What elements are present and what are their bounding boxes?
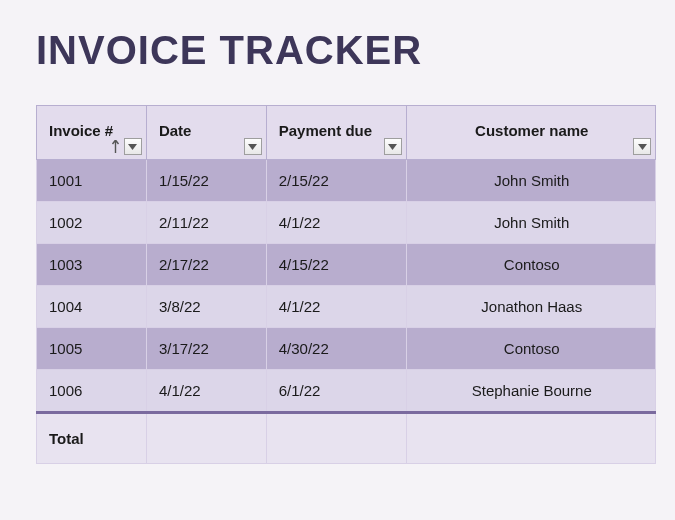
cell-due: 6/1/22	[266, 370, 406, 413]
header-due-label: Payment due	[279, 122, 372, 139]
cell-date: 4/1/22	[146, 370, 266, 413]
header-invoice: Invoice #	[37, 106, 147, 160]
filter-button-customer[interactable]	[633, 138, 651, 155]
cell-date: 3/17/22	[146, 328, 266, 370]
header-date: Date	[146, 106, 266, 160]
cell-invoice: 1004	[37, 286, 147, 328]
cell-invoice: 1005	[37, 328, 147, 370]
table-row: 10053/17/224/30/22Contoso	[37, 328, 656, 370]
table-row: 10022/11/224/1/22John Smith	[37, 202, 656, 244]
cell-invoice: 1001	[37, 160, 147, 202]
header-invoice-label: Invoice #	[49, 122, 113, 139]
header-customer-label: Customer name	[475, 122, 588, 139]
cell-due: 2/15/22	[266, 160, 406, 202]
cell-customer: Contoso	[406, 328, 655, 370]
filter-button-invoice[interactable]	[124, 138, 142, 155]
total-date	[146, 413, 266, 464]
total-row: Total	[37, 413, 656, 464]
table-row: 10043/8/224/1/22Jonathon Haas	[37, 286, 656, 328]
total-customer	[406, 413, 655, 464]
cell-customer: Stephanie Bourne	[406, 370, 655, 413]
filter-button-date[interactable]	[244, 138, 262, 155]
cell-due: 4/1/22	[266, 286, 406, 328]
header-due: Payment due	[266, 106, 406, 160]
cell-date: 2/17/22	[146, 244, 266, 286]
table-row: 10032/17/224/15/22Contoso	[37, 244, 656, 286]
filter-button-due[interactable]	[384, 138, 402, 155]
cell-customer: John Smith	[406, 160, 655, 202]
header-customer: Customer name	[406, 106, 655, 160]
sort-asc-icon	[110, 138, 122, 155]
cell-date: 2/11/22	[146, 202, 266, 244]
cell-customer: Contoso	[406, 244, 655, 286]
cell-date: 1/15/22	[146, 160, 266, 202]
cell-invoice: 1006	[37, 370, 147, 413]
invoice-table: Invoice # Date Payment due	[36, 105, 656, 464]
total-due	[266, 413, 406, 464]
cell-due: 4/30/22	[266, 328, 406, 370]
cell-due: 4/1/22	[266, 202, 406, 244]
cell-due: 4/15/22	[266, 244, 406, 286]
cell-customer: Jonathon Haas	[406, 286, 655, 328]
table-row: 10011/15/222/15/22John Smith	[37, 160, 656, 202]
total-label: Total	[37, 413, 147, 464]
cell-customer: John Smith	[406, 202, 655, 244]
cell-date: 3/8/22	[146, 286, 266, 328]
cell-invoice: 1003	[37, 244, 147, 286]
page-title: INVOICE TRACKER	[36, 28, 647, 73]
header-date-label: Date	[159, 122, 192, 139]
table-row: 10064/1/226/1/22Stephanie Bourne	[37, 370, 656, 413]
cell-invoice: 1002	[37, 202, 147, 244]
